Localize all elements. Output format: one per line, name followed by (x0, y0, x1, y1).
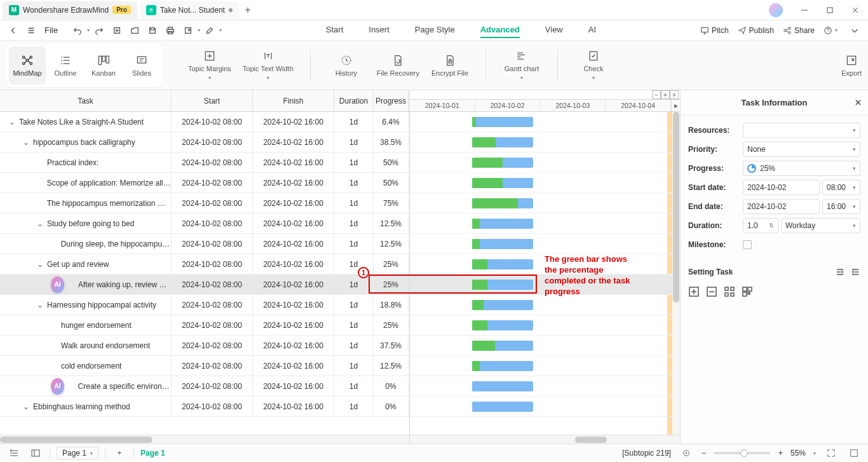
check-button[interactable]: Check▾ (574, 50, 613, 81)
gantt-bar[interactable] (472, 280, 533, 290)
table-row[interactable]: During sleep, the hippocampus ...2024-10… (0, 234, 409, 254)
gantt-bar[interactable] (472, 158, 533, 168)
table-row[interactable]: AIAfter waking up, review what yo...2024… (0, 275, 409, 295)
fullscreen-button[interactable] (846, 446, 862, 460)
collapse-ribbon-button[interactable] (846, 22, 863, 39)
start-time-field[interactable]: 08:00▾ (822, 180, 860, 195)
edit-button[interactable] (201, 22, 218, 39)
gantt-row[interactable] (410, 173, 680, 193)
topic-text-width-button[interactable]: Topic Text Width▾ (243, 50, 294, 81)
zoom-in-button[interactable]: + (778, 449, 783, 458)
table-row[interactable]: cold endorsement2024-10-02 08:002024-10-… (0, 356, 409, 376)
tab-page-style[interactable]: Page Style (415, 22, 455, 38)
edit-dropdown[interactable]: ▾ (219, 27, 222, 33)
share-button[interactable]: Share (783, 26, 815, 35)
app-tab[interactable]: M Wondershare EdrawMind Pro (3, 1, 137, 19)
file-recovery-button[interactable]: File Recovery (377, 50, 419, 81)
table-row[interactable]: ⌄Get up and review2024-10-02 08:002024-1… (0, 254, 409, 275)
table-row[interactable]: ⌄hippocampus back calligraphy2024-10-02 … (0, 132, 409, 153)
gantt-zoom-in-button[interactable]: + (661, 90, 670, 99)
gantt-bar[interactable] (472, 198, 533, 208)
gantt-chart-button[interactable]: Gantt chart▾ (503, 50, 541, 81)
progress-field[interactable]: 25%▾ (743, 161, 860, 176)
gantt-bar[interactable] (472, 178, 533, 188)
table-row[interactable]: ⌄Take Notes Like a Straight-A Student202… (0, 112, 409, 132)
document-tab[interactable]: ≡ Take Not... Student (140, 1, 239, 19)
gantt-close-button[interactable]: × (670, 90, 679, 99)
col-header-start[interactable]: Start (172, 90, 253, 111)
gantt-bar[interactable] (472, 300, 533, 310)
col-header-progress[interactable]: Progress (374, 90, 409, 111)
zoom-slider[interactable] (714, 452, 771, 454)
slides-mode-button[interactable]: Slides (123, 46, 160, 85)
save-button[interactable] (144, 22, 161, 39)
menu-button[interactable] (23, 22, 39, 39)
encrypt-file-button[interactable]: Encrypt File (431, 50, 469, 81)
outline-toggle-button[interactable] (6, 446, 22, 460)
gantt-scroll-right-button[interactable]: ▸ (671, 100, 680, 111)
back-button[interactable] (5, 22, 22, 39)
undo-dropdown[interactable]: ▾ (87, 27, 90, 33)
grid-horizontal-scrollbar[interactable] (0, 435, 409, 444)
help-button[interactable]: ▾ (824, 26, 837, 35)
col-header-task[interactable]: Task (0, 90, 172, 111)
ai-bubble-icon[interactable]: AI (51, 378, 64, 395)
outline-mode-button[interactable]: Outline (47, 46, 84, 85)
tab-view[interactable]: View (545, 22, 563, 38)
gantt-bar[interactable] (472, 402, 533, 412)
expand-caret-icon[interactable]: ⌄ (23, 402, 31, 411)
zoom-out-button[interactable]: − (702, 449, 706, 458)
gantt-row[interactable] (410, 315, 680, 336)
table-row[interactable]: ⌄Harnessing hippocampal activity2024-10-… (0, 295, 409, 315)
topic-margins-button[interactable]: Topic Margins▾ (188, 50, 231, 81)
gantt-row[interactable] (410, 376, 680, 397)
table-row[interactable]: ⌄Study before going to bed2024-10-02 08:… (0, 214, 409, 234)
gantt-row[interactable] (410, 397, 680, 417)
expand-all-icon[interactable] (688, 286, 700, 297)
resources-field[interactable]: ▾ (743, 123, 860, 138)
tab-ai[interactable]: AI (588, 22, 596, 38)
gantt-row[interactable] (410, 132, 680, 153)
gantt-bar[interactable] (472, 239, 533, 249)
table-row[interactable]: Practical index:2024-10-02 08:002024-10-… (0, 153, 409, 173)
expand-caret-icon[interactable]: ⌄ (37, 219, 44, 228)
indent-left-icon[interactable] (835, 267, 845, 277)
priority-field[interactable]: None▾ (743, 142, 860, 157)
locate-button[interactable] (679, 446, 694, 460)
indent-right-icon[interactable] (850, 267, 860, 277)
end-date-field[interactable]: 2024-10-02 (743, 199, 820, 214)
mindmap-mode-button[interactable]: MindMap (9, 46, 46, 85)
tab-start[interactable]: Start (326, 22, 343, 38)
gantt-bar[interactable] (472, 361, 533, 371)
kanban-mode-button[interactable]: Kanban (85, 46, 122, 85)
expand-caret-icon[interactable]: ⌄ (23, 138, 31, 147)
add-page-button[interactable]: + (112, 446, 127, 460)
redo-button[interactable] (91, 22, 107, 39)
tab-insert[interactable]: Insert (369, 22, 390, 38)
gantt-zoom-out-button[interactable]: − (652, 90, 661, 99)
gantt-row[interactable] (410, 336, 680, 356)
milestone-checkbox[interactable] (743, 240, 752, 249)
gantt-horizontal-scrollbar[interactable] (410, 435, 680, 444)
collapse-all-icon[interactable] (706, 286, 717, 297)
gantt-row[interactable] (410, 193, 680, 214)
col-header-duration[interactable]: Duration (334, 90, 374, 111)
gantt-bar[interactable] (472, 259, 533, 269)
table-row[interactable]: AICreate a specific environment to...202… (0, 376, 409, 397)
table-row[interactable]: The hippocampus memorization me...2024-1… (0, 193, 409, 214)
publish-button[interactable]: Publish (738, 26, 774, 35)
gantt-bar[interactable] (472, 219, 533, 229)
panel-toggle-button[interactable] (28, 446, 43, 460)
pitch-button[interactable]: Pitch (700, 26, 729, 35)
table-row[interactable]: hunger endorsement2024-10-02 08:002024-1… (0, 315, 409, 336)
end-time-field[interactable]: 16:00▾ (822, 199, 860, 214)
duration-value-field[interactable]: 1.0⇅ (743, 218, 778, 233)
history-button[interactable]: History (327, 50, 365, 81)
gantt-row[interactable] (410, 214, 680, 234)
gantt-bar[interactable] (472, 320, 533, 330)
close-button[interactable] (843, 0, 868, 20)
grid-small-icon[interactable] (724, 286, 735, 297)
export-button[interactable]: Export (841, 54, 862, 77)
new-button[interactable] (109, 22, 125, 39)
new-tab-button[interactable]: + (239, 4, 257, 16)
